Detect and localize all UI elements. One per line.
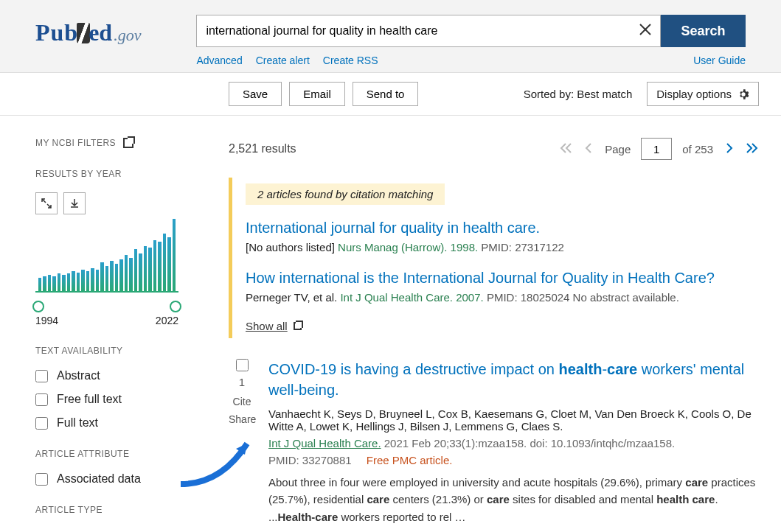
histogram-bar[interactable] bbox=[86, 271, 89, 291]
results-count: 2,521 results bbox=[229, 142, 296, 155]
download-chart-button[interactable] bbox=[63, 192, 86, 214]
search-box bbox=[196, 15, 661, 47]
filter-associated-data[interactable]: Associated data bbox=[35, 472, 178, 486]
download-icon bbox=[69, 198, 80, 209]
save-button[interactable]: Save bbox=[229, 82, 282, 106]
filter-full-text-checkbox[interactable] bbox=[35, 417, 48, 430]
histogram-bar[interactable] bbox=[153, 240, 156, 291]
advanced-link[interactable]: Advanced bbox=[196, 55, 242, 66]
histogram-bar[interactable] bbox=[129, 258, 132, 291]
filter-abstract-checkbox[interactable] bbox=[35, 370, 48, 382]
histogram-bar[interactable] bbox=[43, 276, 46, 291]
filter-free-full-text-checkbox[interactable] bbox=[35, 393, 48, 406]
send-to-button[interactable]: Send to bbox=[353, 82, 419, 106]
result-pub-details: 2021 Feb 20;33(1):mzaa158. doi: 10.1093/… bbox=[381, 437, 676, 449]
text-availability-heading: TEXT AVAILABILITY bbox=[35, 346, 178, 356]
result-journal-link[interactable]: Int J Qual Health Care. bbox=[268, 437, 381, 449]
logo-med: ed bbox=[88, 19, 112, 46]
histogram-bar[interactable] bbox=[158, 242, 161, 291]
result-pmid: PMID: 33270881 bbox=[268, 454, 352, 466]
article-type-heading: ARTICLE TYPE bbox=[35, 505, 178, 515]
result-title-link[interactable]: COVID-19 is having a destructive impact … bbox=[268, 361, 744, 398]
user-guide-link[interactable]: User Guide bbox=[693, 55, 746, 66]
search-result: 1 Cite Share COVID-19 is having a destru… bbox=[229, 359, 759, 525]
filter-associated-data-checkbox[interactable] bbox=[35, 473, 48, 486]
histogram-bar[interactable] bbox=[96, 270, 99, 291]
gear-icon bbox=[737, 88, 749, 100]
share-button[interactable]: Share bbox=[229, 413, 255, 425]
histogram-bar[interactable] bbox=[38, 278, 41, 291]
result-authors: Vanhaecht K, Seys D, Bruyneel L, Cox B, … bbox=[268, 407, 759, 433]
of-pages-label: of 253 bbox=[682, 143, 713, 155]
expand-chart-button[interactable] bbox=[35, 192, 58, 214]
filter-free-full-text[interactable]: Free full text bbox=[35, 393, 178, 406]
cite-button[interactable]: Cite bbox=[229, 396, 255, 407]
show-all-link[interactable]: Show all bbox=[246, 320, 302, 332]
page-input[interactable] bbox=[641, 138, 672, 160]
filters-sidebar: MY NCBI FILTERS RESULTS BY YEAR 1994 202… bbox=[0, 116, 193, 532]
histogram-bar[interactable] bbox=[125, 255, 128, 291]
histogram-bar[interactable] bbox=[110, 261, 113, 291]
histogram-bar[interactable] bbox=[77, 273, 80, 291]
pubmed-logo[interactable]: Pub ed .gov bbox=[35, 19, 141, 46]
histogram-bar[interactable] bbox=[115, 264, 118, 291]
header-bar: Pub ed .gov Search Advanced Create alert… bbox=[0, 0, 781, 73]
histogram-bar[interactable] bbox=[119, 259, 122, 291]
year-slider-start-handle[interactable] bbox=[32, 301, 44, 312]
histogram-bar[interactable] bbox=[134, 249, 137, 291]
result-snippet: About three in four were employed in uni… bbox=[268, 474, 759, 525]
histogram-bar[interactable] bbox=[62, 275, 65, 291]
filter-full-text[interactable]: Full text bbox=[35, 416, 178, 430]
histogram-bar[interactable] bbox=[105, 266, 108, 291]
histogram-bar[interactable] bbox=[167, 237, 170, 292]
close-icon bbox=[639, 23, 652, 36]
citation-banner: 2 articles found by citation matching bbox=[246, 183, 445, 205]
citation-item: How international is the International J… bbox=[246, 270, 759, 304]
citation-authors: [No authors listed] bbox=[246, 241, 335, 253]
create-rss-link[interactable]: Create RSS bbox=[323, 55, 378, 66]
citation-title-link[interactable]: How international is the International J… bbox=[246, 270, 759, 287]
histogram-bar[interactable] bbox=[139, 253, 142, 291]
results-by-year-heading: RESULTS BY YEAR bbox=[35, 169, 178, 179]
year-slider-end-handle[interactable] bbox=[170, 301, 181, 312]
citation-journal: Nurs Manag (Harrow). 1998. bbox=[338, 241, 478, 253]
page-label: Page bbox=[605, 143, 631, 155]
prev-page-button[interactable] bbox=[583, 142, 594, 156]
histogram-bar[interactable] bbox=[148, 248, 151, 291]
display-options-button[interactable]: Display options bbox=[647, 82, 759, 106]
clear-search-button[interactable] bbox=[631, 15, 660, 46]
histogram-bar[interactable] bbox=[58, 273, 60, 292]
histogram-bar[interactable] bbox=[52, 276, 55, 291]
search-input[interactable] bbox=[197, 24, 631, 38]
histogram-bar[interactable] bbox=[67, 273, 70, 291]
search-button[interactable]: Search bbox=[661, 15, 746, 47]
histogram-bar[interactable] bbox=[163, 234, 166, 291]
histogram-bar[interactable] bbox=[100, 262, 103, 291]
year-histogram[interactable] bbox=[35, 219, 178, 307]
my-filters-heading: MY NCBI FILTERS bbox=[35, 138, 116, 148]
histogram-bar[interactable] bbox=[91, 268, 94, 291]
last-page-button[interactable] bbox=[746, 142, 759, 156]
citation-authors: Perneger TV, et al. bbox=[246, 291, 337, 304]
email-button[interactable]: Email bbox=[289, 82, 345, 106]
filter-abstract[interactable]: Abstract bbox=[35, 369, 178, 382]
histogram-bar[interactable] bbox=[72, 271, 74, 291]
first-page-button[interactable] bbox=[559, 142, 572, 156]
create-alert-link[interactable]: Create alert bbox=[256, 55, 310, 66]
citation-title-link[interactable]: International journal for quality in hea… bbox=[246, 220, 759, 237]
pagination: Page of 253 bbox=[559, 138, 759, 160]
sorted-by-label[interactable]: Sorted by: Best match bbox=[524, 88, 633, 100]
histogram-bar[interactable] bbox=[144, 246, 147, 291]
free-pmc-label: Free PMC article. bbox=[367, 454, 453, 466]
citation-item: International journal for quality in hea… bbox=[246, 220, 759, 253]
next-page-button[interactable] bbox=[723, 142, 735, 156]
histogram-bar[interactable] bbox=[81, 270, 84, 291]
external-link-icon[interactable] bbox=[123, 138, 133, 148]
histogram-bar[interactable] bbox=[173, 219, 176, 291]
article-attribute-heading: ARTICLE ATTRIBUTE bbox=[35, 449, 178, 459]
result-index: 1 bbox=[229, 376, 255, 388]
histogram-bar[interactable] bbox=[48, 275, 51, 291]
result-select-checkbox[interactable] bbox=[236, 359, 249, 371]
citation-matching-block: 2 articles found by citation matching In… bbox=[229, 178, 759, 338]
year-end-label: 2022 bbox=[156, 315, 178, 326]
